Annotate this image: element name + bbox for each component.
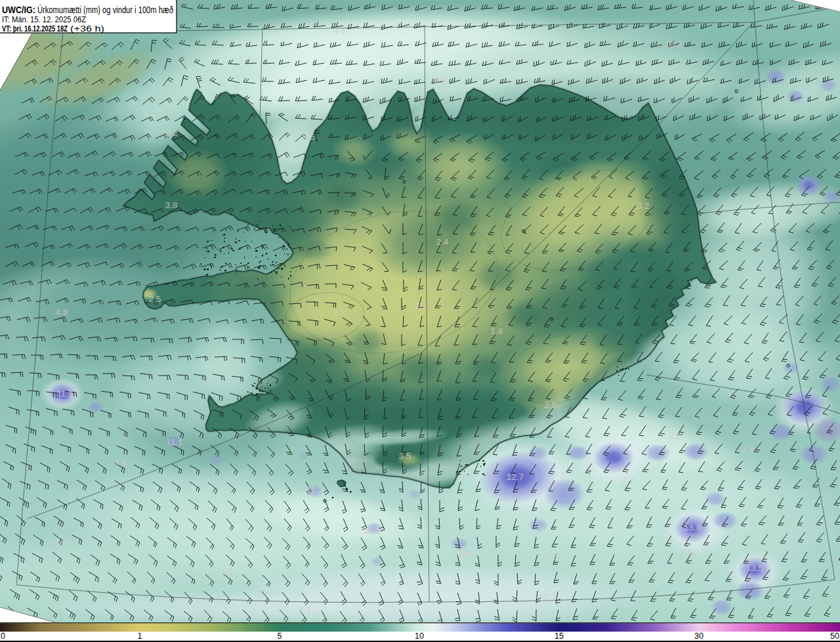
svg-text:4.8: 4.8 [56, 307, 68, 317]
svg-text:15: 15 [555, 631, 564, 641]
svg-text:UWC/IG:: UWC/IG: [2, 5, 35, 15]
svg-text:VT: þri. 16.12.2025 18Z: VT: þri. 16.12.2025 18Z [2, 24, 68, 33]
svg-text:7.3: 7.3 [681, 547, 693, 557]
svg-text:2.1: 2.1 [415, 301, 427, 310]
svg-text:10: 10 [415, 631, 424, 641]
svg-text:13.8: 13.8 [684, 523, 701, 532]
svg-text:9.5: 9.5 [303, 132, 315, 142]
svg-text:50: 50 [830, 631, 839, 641]
svg-text:11.6: 11.6 [453, 548, 470, 558]
svg-text:Úrkomumætti (mm) og vindur i 1: Úrkomumætti (mm) og vindur i 100m hæð [37, 5, 173, 15]
svg-text:7.4: 7.4 [502, 53, 514, 62]
svg-text:2.2: 2.2 [333, 308, 346, 318]
svg-text:7.1: 7.1 [299, 605, 312, 615]
svg-text:30: 30 [694, 631, 704, 641]
svg-text:13.5: 13.5 [746, 563, 763, 573]
svg-text:7.9: 7.9 [54, 538, 67, 548]
svg-text:9.1: 9.1 [334, 26, 346, 36]
svg-text:12.7: 12.7 [507, 472, 524, 482]
svg-text:3.2: 3.2 [637, 201, 650, 211]
svg-text:11.1: 11.1 [364, 526, 380, 536]
svg-text:1.8: 1.8 [491, 326, 503, 336]
svg-text:(+36 h): (+36 h) [70, 24, 104, 33]
svg-text:11.3: 11.3 [306, 485, 323, 495]
svg-text:2.5: 2.5 [545, 400, 557, 410]
svg-text:8.0: 8.0 [669, 431, 682, 441]
svg-text:2.5: 2.5 [149, 294, 161, 304]
svg-text:11.1: 11.1 [56, 389, 73, 398]
svg-text:8.2: 8.2 [166, 128, 178, 138]
svg-text:11.1: 11.1 [166, 437, 182, 447]
svg-text:5: 5 [278, 631, 282, 641]
svg-text:3.5: 3.5 [399, 451, 411, 461]
svg-text:7.8: 7.8 [545, 552, 558, 562]
svg-text:3.8: 3.8 [742, 444, 755, 454]
svg-text:10.7: 10.7 [539, 593, 556, 603]
svg-text:3.8: 3.8 [165, 200, 178, 210]
svg-text:2.4: 2.4 [436, 237, 449, 247]
svg-text:7.3: 7.3 [222, 568, 234, 578]
svg-text:10.2: 10.2 [665, 39, 682, 49]
svg-text:7.8: 7.8 [115, 458, 127, 468]
svg-text:9.3: 9.3 [434, 75, 446, 85]
svg-text:0: 0 [1, 631, 5, 641]
svg-text:2.7: 2.7 [622, 475, 635, 485]
svg-text:1: 1 [138, 631, 142, 641]
